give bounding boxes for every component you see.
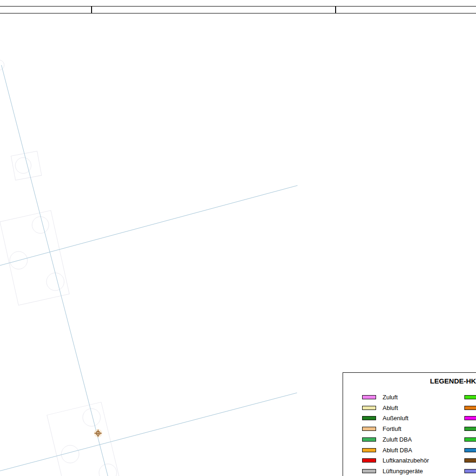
legend-row: Außenluft xyxy=(343,416,476,423)
legend-row: Abluft DBA xyxy=(343,448,476,455)
legend-row-label: Abluft xyxy=(383,404,398,411)
legend-row: Abluft xyxy=(343,406,476,412)
legend-row-label: Abluft DBA xyxy=(383,447,412,454)
background-fixtures xyxy=(0,60,120,476)
axis-line-steep xyxy=(1,65,108,476)
fixture-circle xyxy=(32,217,49,233)
guide-lines xyxy=(0,65,298,476)
legend-swatch-left xyxy=(362,458,376,463)
legend-swatch-left xyxy=(362,437,376,442)
marker-center-dot xyxy=(98,433,99,434)
fixture-box-2 xyxy=(0,211,69,305)
legend-row-label: Luftkanalzubehör xyxy=(383,457,429,464)
legend-swatch-left xyxy=(362,448,376,452)
legend-swatch-right xyxy=(464,448,476,452)
legend-swatch-right xyxy=(464,469,476,473)
legend-row: Zuluft xyxy=(343,395,476,402)
cad-drawing-canvas[interactable]: LEGENDE-HK Zuluft Abluft Außenluft Fortl… xyxy=(0,0,476,476)
fixture-circle xyxy=(83,409,100,426)
fixture-box-1 xyxy=(11,151,42,180)
fixture-circle xyxy=(46,273,64,291)
legend-swatch-left xyxy=(362,416,376,420)
legend-swatch-left xyxy=(362,406,376,410)
legend-swatch-right xyxy=(464,416,476,420)
legend-swatch-right xyxy=(464,406,476,410)
fixture-circle xyxy=(99,464,117,476)
axis-line-lower xyxy=(0,393,297,471)
legend-row: Zuluft DBA xyxy=(343,437,476,444)
fixture-box-3 xyxy=(47,402,120,476)
legend-swatch-right xyxy=(464,427,476,431)
legend-row-label: Außenluft xyxy=(383,415,409,422)
legend-row-label: Zuluft xyxy=(383,394,398,401)
legend-title: LEGENDE-HK xyxy=(430,377,476,385)
legend-row: Fortluft xyxy=(343,427,476,433)
legend-swatch-left xyxy=(362,469,376,473)
legend-swatch-left xyxy=(362,395,376,399)
legend-row-label: Lüftungsgeräte xyxy=(383,468,423,475)
legend-swatch-right xyxy=(464,395,476,399)
legend-row-label: Zuluft DBA xyxy=(383,436,412,443)
snap-point-marker[interactable] xyxy=(94,429,102,437)
legend-row: Luftkanalzubehör xyxy=(343,458,476,465)
legend-swatch-right xyxy=(464,458,476,463)
axis-line-upper xyxy=(0,185,298,265)
legend-row-label: Fortluft xyxy=(383,425,401,432)
legend-box: LEGENDE-HK Zuluft Abluft Außenluft Fortl… xyxy=(343,372,476,476)
legend-swatch-right xyxy=(464,437,476,442)
legend-swatch-left xyxy=(362,427,376,431)
legend-row: Lüftungsgeräte xyxy=(343,469,476,476)
